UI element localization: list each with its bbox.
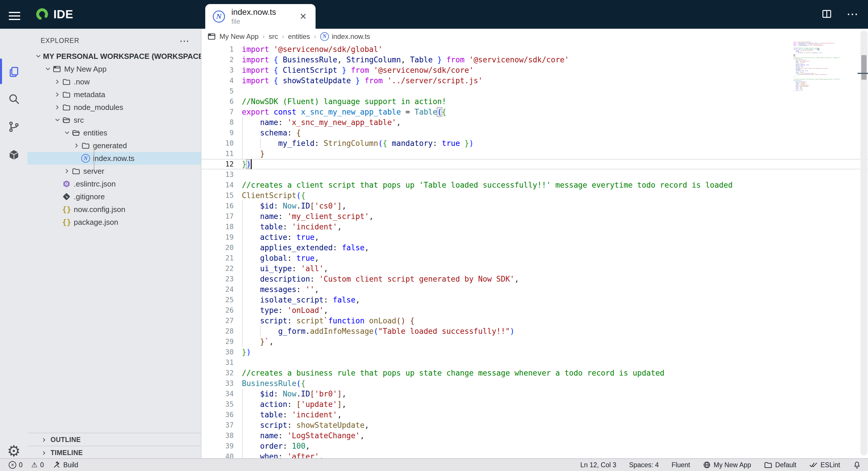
tree-item-my-new-app[interactable]: My New App [28, 63, 201, 75]
code-line-9[interactable]: 9 schema: { [202, 128, 868, 138]
git-icon [62, 192, 74, 201]
chevron-down-icon [53, 117, 62, 123]
line-number: 24 [202, 284, 234, 295]
tree-item-gitignore[interactable]: .gitignore [28, 190, 201, 203]
status-default[interactable]: Default [764, 461, 796, 469]
code-line-19[interactable]: 19 active: true, [202, 232, 868, 242]
line-number: 21 [202, 253, 234, 263]
code-line-33[interactable]: 33BusinessRule({ [202, 378, 868, 389]
indent-guide [242, 222, 243, 232]
activity-source-control-icon[interactable] [0, 113, 28, 140]
code-line-36[interactable]: 36 table: 'incident', [202, 409, 868, 420]
timeline-label: TIMELINE [51, 449, 83, 457]
now-icon: N [81, 154, 93, 163]
status-0[interactable]: ✕0 [9, 461, 23, 469]
code-line-3[interactable]: 3import { ClientScript } from '@servicen… [202, 65, 868, 75]
code-line-18[interactable]: 18 table: 'incident', [202, 222, 868, 232]
code-line-16[interactable]: 16 $id: Now.ID['cs0'], [202, 201, 868, 211]
chevron-right-icon [53, 92, 62, 97]
tree-item-now[interactable]: .now [28, 75, 201, 88]
indent-guide [260, 326, 261, 336]
tab-index-now-ts[interactable]: N index.now.ts file ✕ [205, 4, 315, 29]
activity-search-icon[interactable] [0, 86, 28, 112]
code-line-24[interactable]: 24 messages: '', [202, 284, 868, 295]
tree-item-entities[interactable]: entities [28, 127, 201, 139]
code-line-29[interactable]: 29 }`, [202, 336, 868, 347]
code-line-5[interactable]: 5 [202, 86, 868, 96]
code-line-2[interactable]: 2import { BusinessRule, StringColumn, Ta… [202, 55, 868, 65]
line-number: 23 [202, 274, 234, 284]
breadcrumb-item-src[interactable]: src [269, 32, 278, 41]
code-line-28[interactable]: 28 g_form.addInfoMessage("Table loaded s… [202, 326, 868, 336]
code-line-39[interactable]: 39 order: 100, [202, 441, 868, 451]
indent-guide [242, 420, 243, 430]
breadcrumb-file[interactable]: index.now.ts [332, 32, 370, 41]
code-line-22[interactable]: 22 ui_type: 'all', [202, 263, 868, 274]
status-my-new-app[interactable]: My New App [703, 461, 751, 469]
tree-item-now-config-json[interactable]: {}now.config.json [28, 203, 201, 216]
code-line-4[interactable]: 4import { showStateUpdate } from '../ser… [202, 75, 868, 86]
tree-item-package-json[interactable]: {}package.json [28, 216, 201, 229]
code-line-26[interactable]: 26 type: 'onLoad', [202, 305, 868, 315]
tree-item-metadata[interactable]: metadata [28, 88, 201, 101]
code-line-15[interactable]: 15ClientScript({ [202, 190, 868, 201]
code-line-7[interactable]: 7export const x_snc_my_new_app_table = T… [202, 107, 868, 117]
status-bell-icon[interactable] [853, 461, 861, 469]
chevron-down-icon [33, 54, 43, 59]
timeline-section[interactable]: TIMELINE [28, 446, 201, 460]
tree-item-index-now-ts[interactable]: Nindex.now.ts [28, 152, 201, 165]
code-line-32[interactable]: 32//creates a business rule that pops up… [202, 368, 868, 378]
status-spaces-4[interactable]: Spaces: 4 [629, 461, 659, 469]
split-editor-icon[interactable] [820, 7, 833, 20]
code-line-8[interactable]: 8 name: 'x_snc_my_new_app_table', [202, 117, 868, 128]
code-line-31[interactable]: 31 [202, 357, 868, 368]
code-line-37[interactable]: 37 script: showStateUpdate, [202, 420, 868, 430]
hamburger-menu-icon[interactable] [9, 9, 20, 20]
scrollbar-track[interactable] [861, 30, 867, 455]
scrollbar-thumb[interactable] [861, 55, 867, 80]
breadcrumb-item-my-new-app[interactable]: My New App [219, 32, 259, 41]
code-line-27[interactable]: 27 script: script`function onLoad() { [202, 315, 868, 326]
code-line-17[interactable]: 17 name: 'my_client_script', [202, 211, 868, 222]
code-line-20[interactable]: 20 applies_extended: false, [202, 242, 868, 253]
line-number: 29 [202, 336, 234, 347]
tree-item-eslintrc-json[interactable]: .eslintrc.json [28, 177, 201, 190]
breadcrumb-item-entities[interactable]: entities [288, 32, 310, 41]
tree-item-src[interactable]: src [28, 114, 201, 127]
status-0[interactable]: ⚠0 [31, 461, 44, 469]
code-line-12[interactable]: 12}) [202, 159, 868, 169]
code-line-34[interactable]: 34 $id: Now.ID['br0'], [202, 389, 868, 399]
tab-close-icon[interactable]: ✕ [299, 10, 308, 23]
code-line-13[interactable]: 13 [202, 169, 868, 180]
status-eslint[interactable]: ESLint [809, 461, 840, 469]
code-line-40[interactable]: 40 when: 'after', [202, 451, 868, 458]
code-line-23[interactable]: 23 description: 'Custom client script ge… [202, 274, 868, 284]
code-line-14[interactable]: 14//creates a client script that pops up… [202, 180, 868, 190]
activity-files-icon[interactable] [0, 59, 28, 85]
code-line-11[interactable]: 11 } [202, 148, 868, 159]
tree-item-generated[interactable]: generated [28, 139, 201, 152]
code-line-25[interactable]: 25 isolate_script: false, [202, 295, 868, 305]
minimap[interactable]: import '@servicenow/sdk/global'import { … [794, 41, 840, 129]
code-editor[interactable]: 1import '@servicenow/sdk/global'2import … [202, 44, 868, 458]
code-line-38[interactable]: 38 name: 'LogStateChange', [202, 430, 868, 441]
activity-package-icon[interactable] [0, 141, 28, 168]
code-line-21[interactable]: 21 global: true, [202, 253, 868, 263]
explorer-more-actions-icon[interactable]: ⋯ [179, 35, 189, 47]
status-fluent[interactable]: Fluent [672, 461, 690, 469]
status-build[interactable]: Build [53, 461, 78, 469]
more-actions-icon[interactable]: ⋯ [846, 7, 859, 20]
code-line-30[interactable]: 30}) [202, 347, 868, 357]
code-line-10[interactable]: 10 my_field: StringColumn({ mandatory: t… [202, 138, 868, 148]
status-ln-12-col-3[interactable]: Ln 12, Col 3 [580, 461, 616, 469]
indent-guide [242, 232, 243, 242]
activity-bar: ⚙ [0, 29, 28, 458]
tree-item-node-modules[interactable]: node_modules [28, 101, 201, 114]
outline-section[interactable]: OUTLINE [28, 433, 201, 446]
code-line-6[interactable]: 6//NowSDK (Fluent) language support in a… [202, 96, 868, 107]
tree-item-server[interactable]: server [28, 165, 201, 177]
code-line-1[interactable]: 1import '@servicenow/sdk/global' [202, 44, 868, 55]
code-line-35[interactable]: 35 action: ['update'], [202, 399, 868, 409]
line-number: 11 [202, 148, 234, 159]
tree-item-my-personal-workspace-workspace[interactable]: MY PERSONAL WORKSPACE (WORKSPACE) [28, 50, 201, 63]
